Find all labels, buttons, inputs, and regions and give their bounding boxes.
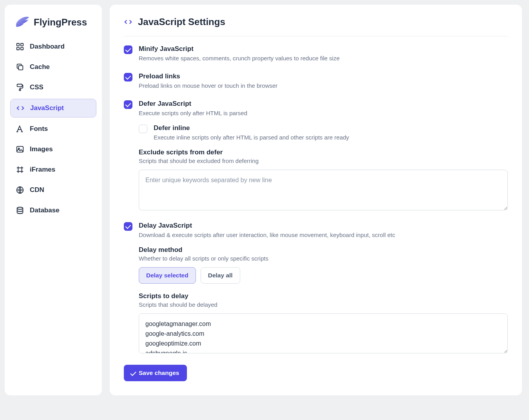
- delay-desc: Download & execute scripts after user in…: [139, 231, 508, 239]
- brand-name: FlyingPress: [34, 17, 87, 28]
- svg-rect-0: [17, 43, 19, 46]
- delay-selected-button[interactable]: Delay selected: [139, 267, 196, 284]
- exclude-defer-desc: Scripts that should be excluded from def…: [139, 158, 508, 164]
- nav-label: Cache: [30, 63, 50, 71]
- setting-defer-group: Defer JavaScript Execute scripts only af…: [124, 100, 508, 212]
- delay-checkbox[interactable]: [124, 222, 132, 231]
- image-icon: [16, 145, 24, 154]
- copy-icon: [16, 63, 24, 71]
- nav-label: Database: [30, 206, 60, 214]
- page-header: JavaScript Settings: [124, 16, 508, 36]
- svg-rect-5: [17, 84, 22, 87]
- nav-item-images[interactable]: Images: [10, 140, 96, 158]
- svg-point-10: [17, 207, 23, 210]
- setting-preload: Preload links Preload links on mouse hov…: [124, 72, 508, 90]
- nav-item-iframes[interactable]: iFrames: [10, 161, 96, 179]
- scripts-delay-label: Scripts to delay: [139, 292, 508, 300]
- setting-delay-group: Delay JavaScript Download & execute scri…: [124, 222, 508, 355]
- svg-rect-2: [17, 47, 19, 50]
- exclude-defer-textarea[interactable]: [139, 170, 508, 210]
- nav-item-css[interactable]: CSS: [10, 78, 96, 96]
- defer-inline-title: Defer inline: [154, 124, 508, 132]
- minify-desc: Removes white spaces, comments, crunch p…: [139, 54, 508, 62]
- defer-checkbox[interactable]: [124, 100, 132, 109]
- nav: Dashboard Cache CSS JavaScript Fonts Ima…: [10, 38, 96, 219]
- svg-rect-3: [21, 47, 23, 50]
- defer-title: Defer JavaScript: [139, 100, 508, 108]
- grid-icon: [16, 42, 24, 51]
- nav-item-dashboard[interactable]: Dashboard: [10, 38, 96, 56]
- setting-minify: Minify JavaScript Removes white spaces, …: [124, 45, 508, 62]
- setting-defer: Defer JavaScript Execute scripts only af…: [124, 100, 508, 117]
- preload-title: Preload links: [139, 72, 508, 80]
- nav-label: JavaScript: [30, 104, 64, 112]
- main-panel: JavaScript Settings Minify JavaScript Re…: [110, 5, 522, 395]
- minify-checkbox[interactable]: [124, 45, 132, 54]
- brand-logo-icon: [14, 16, 30, 29]
- nav-label: iFrames: [30, 166, 55, 174]
- nav-item-cdn[interactable]: CDN: [10, 181, 96, 199]
- scripts-delay-desc: Scripts that should be delayed: [139, 301, 508, 308]
- nav-label: Dashboard: [30, 43, 65, 51]
- nav-item-fonts[interactable]: Fonts: [10, 120, 96, 138]
- svg-rect-1: [21, 43, 23, 46]
- delay-method-group: Delay selected Delay all: [139, 267, 508, 284]
- paint-icon: [16, 83, 24, 92]
- delay-all-button[interactable]: Delay all: [201, 267, 240, 284]
- defer-desc: Execute scripts only after HTML is parse…: [139, 109, 508, 117]
- setting-defer-inline: Defer inline Execute inline scripts only…: [139, 124, 508, 141]
- nav-item-database[interactable]: Database: [10, 201, 96, 219]
- code-icon: [124, 18, 132, 26]
- scripts-delay-textarea[interactable]: [139, 313, 508, 353]
- exclude-defer-label: Exclude scripts from defer: [139, 148, 508, 156]
- svg-rect-6: [19, 89, 21, 91]
- svg-rect-4: [18, 65, 23, 70]
- database-icon: [16, 206, 24, 215]
- setting-delay: Delay JavaScript Download & execute scri…: [124, 222, 508, 239]
- preload-checkbox[interactable]: [124, 73, 132, 81]
- nav-label: CDN: [30, 186, 44, 194]
- brand: FlyingPress: [10, 16, 96, 38]
- frame-icon: [16, 165, 24, 174]
- delay-method-label: Delay method: [139, 246, 508, 254]
- save-button-label: Save changes: [139, 369, 179, 377]
- nav-label: Images: [30, 145, 53, 153]
- globe-icon: [16, 186, 24, 194]
- nav-label: CSS: [30, 83, 43, 91]
- preload-desc: Preload links on mouse hover or touch in…: [139, 81, 508, 90]
- code-icon: [16, 104, 25, 112]
- nav-item-cache[interactable]: Cache: [10, 58, 96, 76]
- font-icon: [16, 125, 24, 133]
- delay-method-desc: Whether to delay all scripts or only spe…: [139, 255, 508, 262]
- defer-inline-desc: Execute inline scripts only after HTML i…: [154, 133, 508, 141]
- nav-item-javascript[interactable]: JavaScript: [10, 99, 96, 118]
- sidebar: FlyingPress Dashboard Cache CSS JavaScri…: [5, 5, 102, 395]
- nav-label: Fonts: [30, 125, 48, 133]
- delay-title: Delay JavaScript: [139, 222, 508, 230]
- page-title: JavaScript Settings: [138, 16, 225, 27]
- defer-inline-checkbox[interactable]: [139, 125, 147, 133]
- save-button[interactable]: Save changes: [124, 365, 187, 381]
- minify-title: Minify JavaScript: [139, 45, 508, 53]
